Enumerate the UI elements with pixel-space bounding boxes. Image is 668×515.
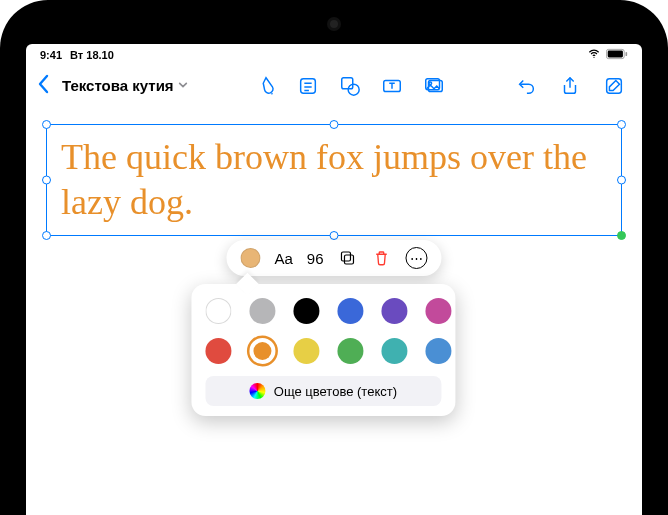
color-swatch-black[interactable] xyxy=(293,298,319,324)
more-colors-label: Още цветове (текст) xyxy=(274,384,397,399)
selected-text-box[interactable]: The quick brown fox jumps over the lazy … xyxy=(46,124,622,236)
resize-handle-br[interactable] xyxy=(617,231,626,240)
share-button[interactable] xyxy=(556,72,584,100)
svg-rect-16 xyxy=(342,252,351,261)
color-swatch-gray[interactable] xyxy=(249,298,275,324)
resize-handle-tm[interactable] xyxy=(330,120,339,129)
wifi-icon xyxy=(587,47,601,63)
current-color-swatch[interactable] xyxy=(240,248,260,268)
resize-handle-tr[interactable] xyxy=(617,120,626,129)
battery-icon xyxy=(606,48,628,62)
color-swatch-lightblue[interactable] xyxy=(425,338,451,364)
svg-rect-3 xyxy=(625,52,627,56)
textbox-tool-button[interactable] xyxy=(378,72,406,100)
color-picker-popover: Още цветове (текст) xyxy=(191,284,455,416)
svg-point-9 xyxy=(348,84,359,95)
undo-button[interactable] xyxy=(512,72,540,100)
resize-handle-tl[interactable] xyxy=(42,120,51,129)
svg-point-0 xyxy=(593,57,594,58)
svg-rect-15 xyxy=(345,255,354,264)
color-swatch-magenta[interactable] xyxy=(425,298,451,324)
svg-rect-2 xyxy=(608,51,623,58)
resize-handle-bm[interactable] xyxy=(330,231,339,240)
device-bezel: 9:41 Вт 18.10 Текстова кутия xyxy=(0,0,668,515)
duplicate-button[interactable] xyxy=(338,248,358,268)
media-tool-button[interactable] xyxy=(420,72,448,100)
text-box-content: The quick brown fox jumps over the lazy … xyxy=(61,137,587,222)
color-swatch-yellow[interactable] xyxy=(293,338,319,364)
color-swatch-red[interactable] xyxy=(205,338,231,364)
note-tool-button[interactable] xyxy=(294,72,322,100)
compose-button[interactable] xyxy=(600,72,628,100)
color-swatch-green[interactable] xyxy=(337,338,363,364)
chevron-down-icon xyxy=(178,80,188,92)
status-bar: 9:41 Вт 18.10 xyxy=(26,44,642,66)
resize-handle-ml[interactable] xyxy=(42,176,51,185)
color-wheel-icon xyxy=(250,383,266,399)
delete-button[interactable] xyxy=(372,248,392,268)
more-colors-button[interactable]: Още цветове (текст) xyxy=(205,376,441,406)
title-text: Текстова кутия xyxy=(62,77,174,94)
font-size-button[interactable]: 96 xyxy=(307,250,324,267)
screen: 9:41 Вт 18.10 Текстова кутия xyxy=(26,44,642,515)
color-swatch-white[interactable] xyxy=(205,298,231,324)
status-indicators xyxy=(587,47,628,63)
draw-tool-button[interactable] xyxy=(252,72,280,100)
status-date: Вт 18.10 xyxy=(70,49,114,61)
color-swatch-orange[interactable] xyxy=(249,338,275,364)
font-style-button[interactable]: Aa xyxy=(274,250,292,267)
color-swatch-teal[interactable] xyxy=(381,338,407,364)
status-time: 9:41 xyxy=(40,49,62,61)
text-edit-bar: Aa 96 ⋯ xyxy=(226,240,441,276)
more-options-button[interactable]: ⋯ xyxy=(406,247,428,269)
color-swatch-blue[interactable] xyxy=(337,298,363,324)
front-camera xyxy=(330,20,338,28)
color-swatch-purple[interactable] xyxy=(381,298,407,324)
canvas[interactable]: The quick brown fox jumps over the lazy … xyxy=(26,106,642,515)
shapes-tool-button[interactable] xyxy=(336,72,364,100)
toolbar: Текстова кутия xyxy=(26,66,642,106)
back-button[interactable] xyxy=(36,74,50,98)
document-title[interactable]: Текстова кутия xyxy=(62,77,188,94)
resize-handle-bl[interactable] xyxy=(42,231,51,240)
svg-rect-8 xyxy=(342,77,353,88)
swatch-grid xyxy=(205,298,441,364)
resize-handle-mr[interactable] xyxy=(617,176,626,185)
